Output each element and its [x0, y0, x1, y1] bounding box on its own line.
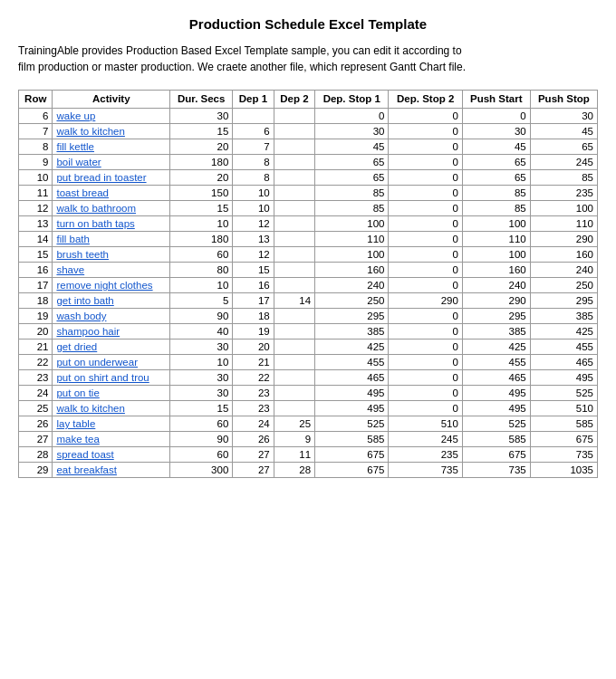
table-row: 9boil water180865065245: [19, 154, 598, 169]
cell-value: 525: [530, 385, 597, 400]
table-row: 27make tea90269585245585675: [19, 431, 598, 446]
cell-value: 65: [315, 154, 389, 169]
cell-value: 250: [315, 292, 389, 308]
activity-name[interactable]: toast bread: [53, 185, 170, 200]
cell-value: 425: [462, 339, 530, 354]
table-row: 10put bread in toaster2086506585: [19, 169, 598, 185]
activity-name[interactable]: boil water: [53, 154, 170, 169]
table-row: 29eat breakfast30027286757357351035: [19, 462, 598, 477]
table-row: 21get dried30204250425455: [19, 339, 598, 354]
row-number: 12: [19, 200, 53, 215]
cell-value: [274, 231, 314, 246]
cell-value: 19: [233, 323, 274, 339]
cell-value: 455: [530, 339, 597, 354]
cell-value: 85: [462, 185, 530, 200]
activity-name[interactable]: turn on bath taps: [53, 215, 170, 231]
cell-value: 290: [389, 292, 462, 308]
cell-value: 235: [389, 446, 462, 462]
cell-value: 15: [170, 200, 233, 215]
row-number: 26: [19, 416, 53, 431]
col-header-dep.-stop-1: Dep. Stop 1: [315, 91, 389, 109]
activity-name[interactable]: put bread in toaster: [53, 169, 170, 185]
cell-value: 0: [315, 108, 389, 123]
cell-value: 510: [389, 416, 462, 431]
activity-name[interactable]: get dried: [53, 339, 170, 354]
cell-value: 10: [233, 185, 274, 200]
cell-value: 45: [315, 139, 389, 154]
cell-value: 455: [315, 354, 389, 369]
cell-value: 735: [462, 462, 530, 477]
activity-name[interactable]: wake up: [53, 108, 170, 123]
table-row: 23put on shirt and trou30224650465495: [19, 369, 598, 385]
activity-name[interactable]: walk to kitchen: [53, 400, 170, 416]
cell-value: 80: [170, 262, 233, 277]
cell-value: 23: [233, 385, 274, 400]
cell-value: 10: [170, 354, 233, 369]
cell-value: 0: [389, 308, 462, 323]
cell-value: 30: [170, 108, 233, 123]
cell-value: 245: [530, 154, 597, 169]
cell-value: 60: [170, 446, 233, 462]
cell-value: 22: [233, 369, 274, 385]
col-header-row: Row: [19, 91, 53, 109]
activity-name[interactable]: walk to bathroom: [53, 200, 170, 215]
cell-value: 28: [274, 462, 314, 477]
activity-name[interactable]: shampoo hair: [53, 323, 170, 339]
cell-value: 180: [170, 154, 233, 169]
activity-name[interactable]: shave: [53, 262, 170, 277]
cell-value: [274, 339, 314, 354]
cell-value: 23: [233, 400, 274, 416]
table-row: 7walk to kitchen1563003045: [19, 123, 598, 139]
activity-name[interactable]: eat breakfast: [53, 462, 170, 477]
cell-value: 735: [389, 462, 462, 477]
table-row: 19wash body90182950295385: [19, 308, 598, 323]
row-number: 15: [19, 246, 53, 262]
cell-value: 510: [530, 400, 597, 416]
cell-value: 13: [233, 231, 274, 246]
cell-value: 495: [462, 400, 530, 416]
cell-value: 7: [233, 139, 274, 154]
activity-name[interactable]: lay table: [53, 416, 170, 431]
cell-value: 0: [389, 323, 462, 339]
activity-name[interactable]: spread toast: [53, 446, 170, 462]
activity-name[interactable]: wash body: [53, 308, 170, 323]
activity-name[interactable]: fill bath: [53, 231, 170, 246]
cell-value: 15: [233, 262, 274, 277]
table-row: 26lay table602425525510525585: [19, 416, 598, 431]
col-header-push-start: Push Start: [462, 91, 530, 109]
cell-value: 18: [233, 308, 274, 323]
cell-value: 675: [530, 431, 597, 446]
activity-name[interactable]: walk to kitchen: [53, 123, 170, 139]
activity-name[interactable]: put on shirt and trou: [53, 369, 170, 385]
activity-name[interactable]: get into bath: [53, 292, 170, 308]
cell-value: 250: [530, 277, 597, 292]
cell-value: 0: [389, 262, 462, 277]
activity-name[interactable]: fill kettle: [53, 139, 170, 154]
cell-value: 0: [389, 185, 462, 200]
activity-name[interactable]: put on tie: [53, 385, 170, 400]
row-number: 7: [19, 123, 53, 139]
col-header-dur.-secs: Dur. Secs: [170, 91, 233, 109]
activity-name[interactable]: make tea: [53, 431, 170, 446]
cell-value: 27: [233, 446, 274, 462]
cell-value: [274, 308, 314, 323]
activity-name[interactable]: remove night clothes: [53, 277, 170, 292]
row-number: 11: [19, 185, 53, 200]
cell-value: 180: [170, 231, 233, 246]
cell-value: [233, 108, 274, 123]
cell-value: 465: [315, 369, 389, 385]
activity-name[interactable]: put on underwear: [53, 354, 170, 369]
cell-value: 20: [233, 339, 274, 354]
activity-name[interactable]: brush teeth: [53, 246, 170, 262]
row-number: 28: [19, 446, 53, 462]
cell-value: 85: [462, 200, 530, 215]
cell-value: 160: [530, 246, 597, 262]
cell-value: 20: [170, 169, 233, 185]
col-header-dep-1: Dep 1: [233, 91, 274, 109]
cell-value: 27: [233, 462, 274, 477]
cell-value: [274, 277, 314, 292]
row-number: 29: [19, 462, 53, 477]
table-row: 16shave80151600160240: [19, 262, 598, 277]
cell-value: 0: [389, 354, 462, 369]
cell-value: 0: [389, 215, 462, 231]
